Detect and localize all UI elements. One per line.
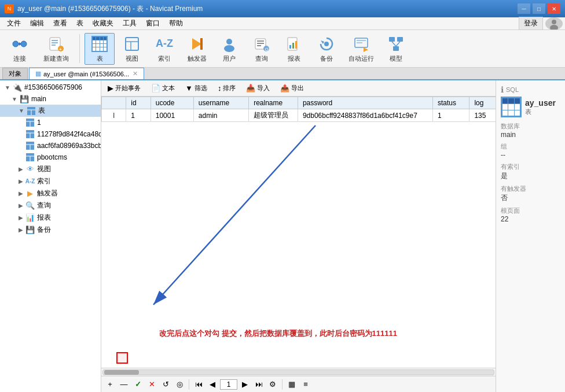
cell-ucode[interactable]: 10001: [151, 109, 193, 122]
query-button[interactable]: Q 查询: [247, 33, 277, 65]
sidebar-table[interactable]: ▼ 表: [0, 105, 101, 117]
last-page-button[interactable]: ⏭: [252, 379, 265, 390]
prev-page-button[interactable]: ◀: [206, 379, 219, 390]
table-sidebar-label: 表: [38, 106, 45, 116]
col-header-password[interactable]: password: [298, 97, 432, 109]
sidebar-backup[interactable]: ▶ 💾 备份: [0, 224, 101, 236]
table-tab[interactable]: ▦ ay_user @main (#15366506... ✕: [29, 68, 144, 79]
report-sidebar-icon: 📊: [25, 213, 35, 223]
menu-help[interactable]: 帮助: [164, 17, 188, 29]
horizontal-scrollbar[interactable]: [101, 368, 496, 376]
col-header-id[interactable]: id: [126, 97, 151, 109]
table-button[interactable]: 表: [85, 33, 115, 65]
table-tab-close[interactable]: ✕: [133, 70, 138, 77]
menu-tools[interactable]: 工具: [118, 17, 141, 29]
table-area[interactable]: id ucode username realname password stat…: [101, 97, 496, 368]
info-icon[interactable]: ℹ: [501, 85, 504, 94]
model-button[interactable]: 模型: [381, 33, 411, 65]
menu-favorites[interactable]: 收藏夹: [88, 17, 118, 29]
table-row[interactable]: I 1 10001 admin 超级管理员 9db06bcff9248837f8…: [102, 109, 496, 122]
sidebar-item-pbootcms[interactable]: pbootcms: [0, 151, 101, 163]
sort-button[interactable]: ↕ 排序: [214, 82, 240, 94]
filter-button[interactable]: ▼ 筛选: [181, 82, 211, 94]
rp-group-value: --: [501, 151, 560, 159]
autorun-button[interactable]: 自动运行: [344, 33, 379, 65]
maximize-button[interactable]: □: [533, 3, 545, 14]
col-header-status[interactable]: status: [432, 97, 469, 109]
apply-button[interactable]: ◎: [173, 379, 186, 390]
refresh-button[interactable]: ↺: [159, 379, 172, 390]
sidebar-view[interactable]: ▶ 👁 视图: [0, 163, 101, 175]
objects-tab-label: 对象: [9, 69, 21, 78]
close-button[interactable]: ✕: [548, 3, 560, 14]
page-settings-button[interactable]: ⚙: [266, 379, 279, 390]
svg-line-39: [396, 42, 400, 46]
menu-window[interactable]: 窗口: [141, 17, 164, 29]
minimize-button[interactable]: ─: [518, 3, 530, 14]
cancel-button[interactable]: ✕: [145, 379, 158, 390]
col-header-ucode[interactable]: ucode: [151, 97, 193, 109]
list-view-button[interactable]: ≡: [299, 379, 312, 390]
col-header-username[interactable]: username: [193, 97, 248, 109]
page-number-input[interactable]: [220, 379, 237, 390]
sidebar-item-2[interactable]: 11278f9d842f4ca48ce6: [0, 128, 101, 140]
cell-password[interactable]: 9db06bcff9248837f86d1a6bcf41c9e7: [298, 109, 432, 122]
col-header-realname[interactable]: realname: [249, 97, 298, 109]
index-icon: A-Z: [155, 35, 174, 53]
start-transaction-button[interactable]: ▶ 开始事务: [104, 82, 145, 94]
sidebar-item-1[interactable]: 1: [0, 117, 101, 128]
rp-subtitle: 表: [525, 108, 556, 116]
sidebar-connection[interactable]: ▼ 🔌 #15366506675906: [0, 82, 101, 93]
cell-log[interactable]: 135: [469, 109, 496, 122]
sidebar-item-3[interactable]: aacf6fa08969a33bcbeb: [0, 140, 101, 151]
user-button[interactable]: 用户: [214, 33, 244, 65]
svg-point-18: [224, 45, 234, 52]
svg-point-2: [13, 41, 19, 47]
import-button[interactable]: 📥 导入: [242, 82, 274, 94]
objects-tab[interactable]: 对象: [2, 68, 28, 79]
add-row-button[interactable]: +: [104, 379, 116, 390]
delete-row-button[interactable]: —: [118, 379, 130, 390]
menu-file[interactable]: 文件: [2, 17, 25, 29]
backup-button[interactable]: 备份: [311, 33, 342, 65]
rp-index-section: 有索引 是: [501, 162, 560, 181]
table-item-icon-pboot: [25, 153, 35, 162]
next-page-button[interactable]: ▶: [239, 379, 251, 390]
grid-view-button[interactable]: ▦: [285, 379, 298, 390]
cell-id[interactable]: 1: [126, 109, 151, 122]
login-button[interactable]: 登录: [519, 17, 543, 30]
text-button[interactable]: 📄 文本: [147, 82, 179, 94]
sidebar-item-1-label: 1: [37, 119, 41, 127]
backup-sidebar-icon: 💾: [25, 225, 35, 235]
sidebar-query[interactable]: ▶ 🔍 查询: [0, 199, 101, 212]
trigger-button[interactable]: 触发器: [182, 33, 212, 65]
svg-marker-29: [321, 40, 324, 44]
backup-sidebar-label: 备份: [37, 225, 51, 235]
view-button[interactable]: 视图: [117, 33, 147, 65]
cell-realname[interactable]: 超级管理员: [249, 109, 298, 122]
sidebar-trigger[interactable]: ▶ ▶ 触发器: [0, 187, 101, 199]
sidebar-index[interactable]: ▶ A-Z 索引: [0, 175, 101, 187]
cell-username[interactable]: admin: [193, 109, 248, 122]
report-button[interactable]: 报表: [279, 33, 309, 65]
scroll-thumb[interactable]: [104, 370, 139, 375]
rp-perpage-section: 根页面 22: [501, 206, 560, 223]
new-query-button[interactable]: + 新建查询: [37, 33, 75, 65]
cell-status[interactable]: 1: [432, 109, 469, 122]
menu-view[interactable]: 查看: [49, 17, 72, 29]
rp-database-label: 数据库: [501, 122, 560, 131]
first-page-button[interactable]: ⏮: [192, 379, 205, 390]
trigger-icon: [188, 35, 206, 53]
sidebar-main-db[interactable]: ▼ 💾 main: [0, 93, 101, 105]
sidebar-report[interactable]: ▶ 📊 报表: [0, 212, 101, 224]
export-button[interactable]: 📤 导出: [276, 82, 308, 94]
scroll-track[interactable]: [102, 369, 494, 375]
connect-button[interactable]: 连接: [5, 33, 35, 65]
menu-table[interactable]: 表: [72, 17, 88, 29]
index-button[interactable]: A-Z 索引: [149, 33, 179, 65]
sql-icon[interactable]: SQL: [506, 86, 519, 93]
col-header-log[interactable]: log: [469, 97, 496, 109]
query-sidebar-icon: 🔍: [25, 201, 35, 210]
confirm-button[interactable]: ✓: [131, 379, 144, 390]
menu-edit[interactable]: 编辑: [25, 17, 49, 29]
